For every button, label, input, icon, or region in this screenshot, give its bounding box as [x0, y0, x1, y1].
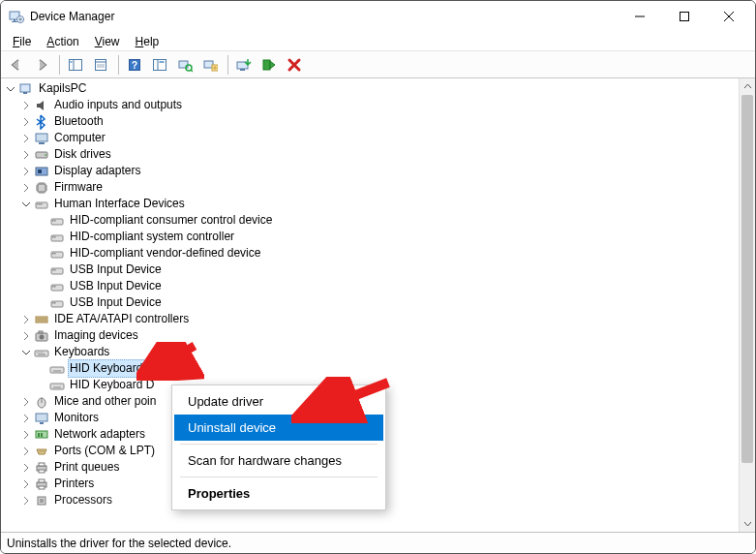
action-button[interactable] — [148, 53, 171, 77]
scan-hardware-button[interactable] — [173, 53, 197, 77]
svg-rect-42 — [52, 236, 54, 238]
tree-hid-child[interactable]: HID-compliant vendor-defined device — [3, 245, 739, 262]
menu-file[interactable]: File — [5, 34, 39, 49]
chevron-down-icon[interactable] — [18, 345, 34, 360]
tree-label-selected: HID Keyboard D — [68, 359, 169, 378]
uninstall-device-button[interactable] — [283, 53, 306, 77]
tree-audio[interactable]: Audio inputs and outputs — [3, 97, 739, 113]
close-button[interactable] — [707, 2, 751, 31]
back-button[interactable] — [5, 53, 28, 77]
computer-icon — [34, 131, 49, 146]
chevron-down-icon[interactable] — [3, 81, 18, 97]
separator — [180, 444, 378, 445]
tree-imaging[interactable]: Imaging devices — [3, 327, 739, 344]
tree-hid-child[interactable]: HID-compliant consumer control device — [3, 212, 739, 229]
show-hide-tree-button[interactable] — [64, 53, 87, 77]
svg-rect-62 — [35, 351, 48, 356]
chevron-right-icon[interactable] — [18, 312, 34, 327]
chevron-down-icon[interactable] — [18, 197, 34, 212]
chevron-right-icon[interactable] — [18, 444, 34, 459]
menu-help[interactable]: Help — [128, 34, 167, 49]
ctx-update-driver[interactable]: Update driver — [174, 388, 383, 415]
mouse-icon — [34, 394, 49, 410]
tree-label: Audio inputs and outputs — [52, 97, 184, 113]
svg-line-19 — [191, 70, 193, 72]
chevron-right-icon[interactable] — [18, 180, 34, 196]
svg-point-80 — [41, 450, 42, 451]
svg-rect-37 — [41, 203, 43, 205]
tree-diskdrives[interactable]: Disk drives — [3, 146, 739, 163]
minimize-button[interactable] — [618, 2, 662, 31]
chevron-right-icon[interactable] — [18, 164, 34, 179]
menu-view[interactable]: View — [87, 34, 128, 49]
svg-rect-24 — [263, 60, 270, 70]
chevron-right-icon[interactable] — [18, 411, 34, 426]
chevron-right-icon[interactable] — [18, 427, 34, 443]
menu-action[interactable]: Action — [39, 34, 86, 49]
ctx-scan-hardware[interactable]: Scan for hardware changes — [174, 447, 383, 474]
chevron-right-icon[interactable] — [18, 328, 34, 344]
tree-hid-child[interactable]: HID-compliant system controller — [3, 229, 739, 245]
tree-kb-child-selected[interactable]: HID Keyboard D — [3, 360, 739, 377]
help-button[interactable]: ? — [123, 53, 146, 77]
tree-label: Printers — [52, 476, 96, 492]
chevron-right-icon[interactable] — [18, 493, 34, 508]
svg-rect-54 — [52, 302, 54, 304]
svg-rect-25 — [20, 84, 30, 92]
tree-label: Print queues — [52, 459, 121, 476]
add-legacy-button[interactable] — [198, 53, 222, 77]
tree-label: HID-compliant system controller — [68, 229, 236, 245]
svg-rect-86 — [39, 479, 45, 482]
tree-computer[interactable]: Computer — [3, 130, 739, 146]
svg-rect-61 — [39, 331, 43, 333]
ctx-uninstall-device[interactable]: Uninstall device — [174, 415, 383, 441]
disable-device-button[interactable] — [257, 53, 281, 77]
svg-point-60 — [40, 334, 45, 339]
svg-rect-89 — [40, 499, 44, 503]
svg-rect-63 — [37, 352, 38, 353]
chevron-right-icon[interactable] — [18, 98, 34, 113]
svg-rect-68 — [50, 367, 64, 373]
svg-rect-32 — [38, 169, 42, 173]
chevron-right-icon[interactable] — [18, 394, 34, 410]
vertical-scrollbar[interactable] — [739, 78, 755, 532]
chevron-right-icon[interactable] — [18, 114, 34, 130]
display-adapter-icon — [34, 164, 49, 179]
tree-label: Processors — [52, 492, 114, 508]
tree-keyboards[interactable]: Keyboards — [3, 344, 739, 360]
chevron-right-icon[interactable] — [18, 147, 34, 163]
svg-point-30 — [45, 154, 46, 156]
svg-rect-71 — [53, 386, 61, 387]
chevron-right-icon[interactable] — [18, 131, 34, 146]
tree-label: Computer — [52, 130, 107, 146]
update-driver-button[interactable] — [232, 53, 256, 77]
tree-bluetooth[interactable]: Bluetooth — [3, 113, 739, 130]
tree-display[interactable]: Display adapters — [3, 163, 739, 179]
tree-hid[interactable]: Human Interface Devices — [3, 196, 739, 212]
forward-button[interactable] — [30, 53, 53, 77]
chevron-right-icon[interactable] — [18, 477, 34, 492]
svg-rect-55 — [54, 302, 56, 304]
tree-hid-child[interactable]: USB Input Device — [3, 294, 739, 311]
svg-rect-46 — [54, 253, 56, 255]
maximize-button[interactable] — [662, 2, 707, 31]
scroll-up-button[interactable] — [740, 78, 755, 95]
svg-rect-23 — [240, 69, 245, 71]
tree-hid-child[interactable]: USB Input Device — [3, 262, 739, 278]
tree-root[interactable]: KapilsPC — [3, 80, 739, 97]
menu-file-rest: ile — [19, 35, 31, 48]
computer-root-icon — [18, 81, 34, 97]
scroll-thumb[interactable] — [741, 95, 753, 463]
tree-hid-child[interactable]: USB Input Device — [3, 278, 739, 294]
tree-ide[interactable]: IDE ATA/ATAPI controllers — [3, 311, 739, 327]
status-text: Uninstalls the driver for the selected d… — [7, 537, 231, 550]
tree-firmware[interactable]: Firmware — [3, 179, 739, 196]
ctx-properties[interactable]: Properties — [174, 480, 383, 507]
audio-icon — [34, 98, 49, 113]
scroll-down-button[interactable] — [740, 515, 755, 532]
properties-button[interactable] — [89, 53, 112, 77]
printer-icon — [34, 477, 49, 492]
tree-label: HID-compliant vendor-defined device — [68, 245, 262, 262]
tree-root-label: KapilsPC — [37, 80, 88, 97]
chevron-right-icon[interactable] — [18, 460, 34, 476]
